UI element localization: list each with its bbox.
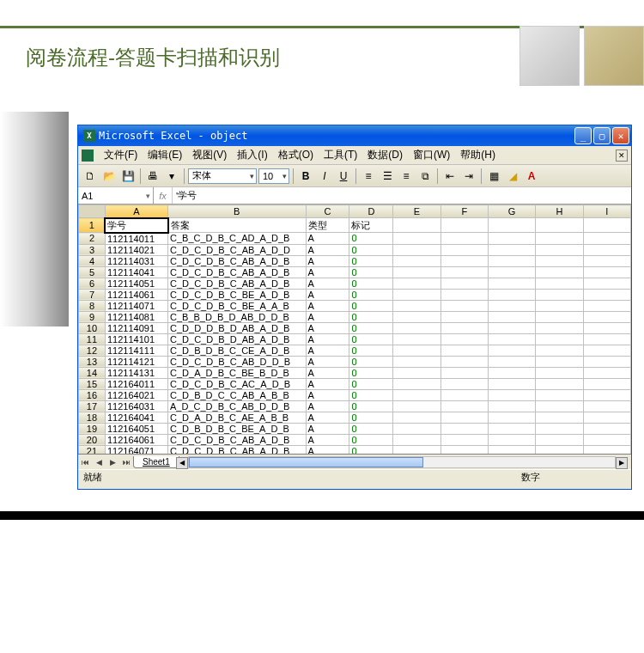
cell[interactable] <box>536 412 583 423</box>
cell[interactable] <box>393 322 440 333</box>
cell[interactable] <box>440 244 488 255</box>
maximize-button[interactable]: ▢ <box>593 127 611 144</box>
cell[interactable]: A <box>306 345 349 356</box>
spreadsheet-grid[interactable]: ABCDEFGHI 1学号答案类型标记2112114011C_B_C_D_B_C… <box>78 204 631 454</box>
menu-insert[interactable]: 插入(I) <box>232 146 272 164</box>
cell[interactable] <box>536 289 583 300</box>
cell[interactable] <box>393 300 440 311</box>
cell[interactable] <box>536 311 583 322</box>
cell[interactable]: A <box>306 311 349 322</box>
cell[interactable]: 0 <box>349 400 393 412</box>
cell[interactable] <box>583 255 630 266</box>
cell[interactable] <box>583 356 630 367</box>
cell[interactable] <box>488 300 535 311</box>
row-header[interactable]: 5 <box>79 266 106 278</box>
row-header[interactable]: 12 <box>79 345 106 356</box>
cell[interactable]: 0 <box>349 333 393 345</box>
cell[interactable] <box>440 345 488 356</box>
cell[interactable]: A <box>306 278 349 289</box>
cell[interactable] <box>488 367 535 378</box>
cell[interactable]: 0 <box>349 423 393 434</box>
cell[interactable]: C_D_C_D_B_C_AB_A_D_D <box>168 244 306 255</box>
cell[interactable] <box>583 378 630 389</box>
cell[interactable] <box>393 289 440 300</box>
cell[interactable] <box>583 266 630 278</box>
row-header[interactable]: 2 <box>79 233 106 245</box>
title-bar[interactable]: X Microsoft Excel - object _ ▢ ✕ <box>78 125 631 146</box>
cell[interactable] <box>583 333 630 345</box>
menu-tools[interactable]: 工具(T) <box>319 146 362 164</box>
cell[interactable] <box>393 218 440 233</box>
column-header-g[interactable]: G <box>488 205 535 218</box>
cell[interactable]: A <box>306 356 349 367</box>
borders-icon[interactable]: ▦ <box>485 168 502 185</box>
cell[interactable] <box>536 255 583 266</box>
cell[interactable]: C_D_C_D_B_D_AB_A_D_B <box>168 333 306 345</box>
row-header[interactable]: 10 <box>79 322 106 333</box>
cell[interactable] <box>488 434 535 445</box>
cell[interactable] <box>393 367 440 378</box>
row-header[interactable]: 8 <box>79 300 106 311</box>
cell[interactable]: C_D_C_D_B_C_AB_A_D_B <box>168 255 306 266</box>
cell[interactable] <box>488 278 535 289</box>
cell[interactable] <box>536 278 583 289</box>
cell[interactable]: C_D_D_D_B_D_AB_A_D_B <box>168 322 306 333</box>
cell[interactable]: 112114041 <box>105 266 167 278</box>
cell[interactable] <box>393 244 440 255</box>
cell[interactable] <box>393 423 440 434</box>
cell[interactable] <box>440 423 488 434</box>
cell[interactable] <box>393 400 440 412</box>
column-header-f[interactable]: F <box>440 205 488 218</box>
tab-first-icon[interactable]: ⏮ <box>78 455 92 469</box>
scroll-thumb[interactable] <box>189 457 423 467</box>
row-header[interactable]: 19 <box>79 423 106 434</box>
cell[interactable]: C_D_C_D_B_C_AB_A_D_B <box>168 278 306 289</box>
underline-icon[interactable]: U <box>335 168 352 185</box>
column-header-c[interactable]: C <box>306 205 349 218</box>
cell[interactable] <box>536 389 583 400</box>
cell[interactable] <box>536 345 583 356</box>
cell[interactable]: 112164051 <box>105 423 167 434</box>
cell[interactable]: 112114051 <box>105 278 167 289</box>
cell[interactable]: 0 <box>349 289 393 300</box>
cell[interactable]: 112114091 <box>105 322 167 333</box>
font-size-select[interactable]: 10 <box>258 168 289 184</box>
cell[interactable] <box>583 434 630 445</box>
row-header[interactable]: 17 <box>79 400 106 412</box>
fill-color-icon[interactable]: ◢ <box>504 168 521 185</box>
menu-help[interactable]: 帮助(H) <box>455 146 501 164</box>
cell[interactable] <box>440 333 488 345</box>
bold-icon[interactable]: B <box>297 168 314 185</box>
cell[interactable] <box>440 255 488 266</box>
cell[interactable] <box>536 233 583 245</box>
cell[interactable] <box>393 412 440 423</box>
menu-data[interactable]: 数据(D) <box>362 146 408 164</box>
cell[interactable]: 0 <box>349 244 393 255</box>
cell[interactable] <box>440 311 488 322</box>
formula-input[interactable]: '学号 <box>173 187 631 204</box>
cell[interactable]: 0 <box>349 445 393 454</box>
cell[interactable]: A <box>306 412 349 423</box>
cell[interactable]: A <box>306 400 349 412</box>
cell[interactable] <box>536 322 583 333</box>
cell[interactable] <box>440 367 488 378</box>
save-icon[interactable]: 💾 <box>119 168 137 185</box>
cell[interactable] <box>440 289 488 300</box>
cell[interactable] <box>393 266 440 278</box>
cell[interactable]: 类型 <box>306 218 349 233</box>
close-button[interactable]: ✕ <box>612 127 629 144</box>
cell[interactable] <box>583 311 630 322</box>
cell[interactable] <box>488 423 535 434</box>
cell[interactable]: 标记 <box>349 218 393 233</box>
cell[interactable]: 0 <box>349 345 393 356</box>
cell[interactable] <box>583 412 630 423</box>
cell[interactable]: 0 <box>349 311 393 322</box>
cell[interactable]: A <box>306 333 349 345</box>
cell[interactable] <box>393 311 440 322</box>
cell[interactable] <box>536 300 583 311</box>
new-icon[interactable]: 🗋 <box>82 168 99 185</box>
cell[interactable]: A <box>306 322 349 333</box>
cell[interactable]: 112164021 <box>105 389 167 400</box>
cell[interactable] <box>440 400 488 412</box>
row-header[interactable]: 21 <box>79 445 106 454</box>
